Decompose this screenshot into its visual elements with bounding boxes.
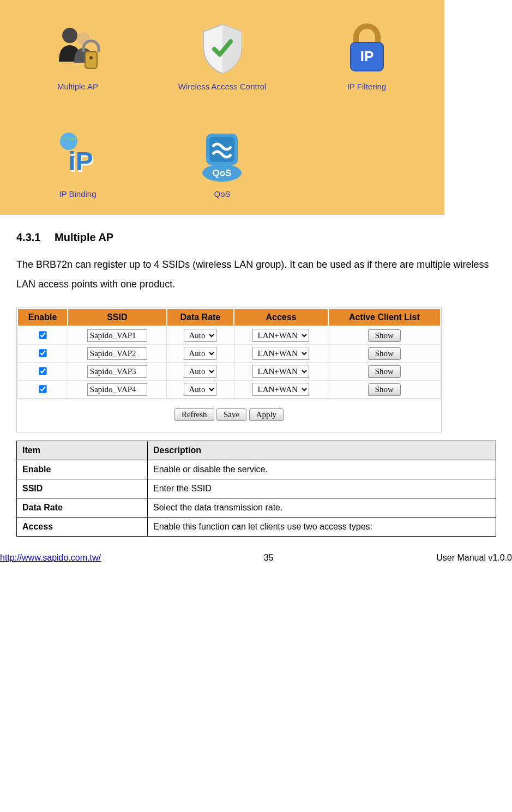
show-button[interactable]: Show [368,329,401,342]
ssid-input[interactable] [87,365,147,378]
show-button[interactable]: Show [368,347,401,360]
desc-text: Select the data transmission rate. [148,498,496,518]
table-row: Access Enable this function can let clie… [17,518,496,537]
svg-point-1 [77,32,90,45]
access-select[interactable]: LAN+WAN [252,383,309,396]
col-data-rate: Data Rate [167,309,234,326]
table-row: AutoLAN+WANShow [17,345,441,363]
globe-ip-icon: iP [51,124,105,189]
multiple-ap-panel: Enable SSID Data Rate Access Active Clie… [16,308,442,432]
section-number: 4.3.1 [16,231,40,243]
table-row: AutoLAN+WANShow [17,326,441,345]
grid-item-ip-binding[interactable]: iP IP Binding [18,124,138,199]
footer-page-number: 35 [101,553,436,563]
enable-checkbox[interactable] [39,367,46,375]
desc-text: Enter the SSID [148,479,496,498]
grid-label: Wireless Access Control [178,82,267,91]
grid-row-1: Multiple AP Wireless Access Control IP [5,16,439,91]
panel-buttons: Refresh Save Apply [17,399,441,432]
qos-icon: QoS [195,124,250,189]
table-row: Enable Enable or disable the service. [17,460,496,479]
svg-text:IP: IP [360,48,374,64]
desc-text: Enable this function can let clients use… [148,518,496,537]
desc-item: SSID [17,479,148,498]
svg-text:iP: iP [68,147,93,176]
table-row: Data Rate Select the data transmission r… [17,498,496,518]
svg-point-0 [62,28,77,43]
col-active-client-list: Active Client List [328,309,441,326]
grid-label: Multiple AP [57,82,98,91]
svg-rect-9 [209,137,234,162]
table-row: SSID Enter the SSID [17,479,496,498]
page-footer: http://www.sapido.com.tw/ 35 User Manual… [0,537,512,568]
multiple-ap-table: Enable SSID Data Rate Access Active Clie… [17,308,441,399]
data-rate-select[interactable]: Auto [184,347,216,360]
footer-version: User Manual v1.0.0 [436,553,512,563]
data-rate-select[interactable]: Auto [184,365,216,378]
refresh-button[interactable]: Refresh [174,408,214,421]
ssid-input[interactable] [87,329,147,342]
access-select[interactable]: LAN+WAN [252,347,309,360]
section-body: The BRB72n can register up to 4 SSIDs (w… [16,255,496,294]
desc-item: Enable [17,460,148,479]
col-access: Access [234,309,328,326]
grid-row-2: iP IP Binding QoS QoS [5,124,439,199]
grid-item-wireless-access-control[interactable]: Wireless Access Control [162,16,282,91]
data-rate-select[interactable]: Auto [184,383,216,396]
col-enable: Enable [17,309,68,326]
grid-label: IP Filtering [347,82,386,91]
apply-button[interactable]: Apply [249,408,284,421]
table-row: AutoLAN+WANShow [17,381,441,399]
feature-grid-panel: Multiple AP Wireless Access Control IP [0,0,444,215]
desc-item: Access [17,518,148,537]
description-table: Item Description Enable Enable or disabl… [16,441,496,537]
grid-label: QoS [214,189,230,199]
section-4-3-1: 4.3.1 Multiple AP The BRB72n can registe… [0,215,512,294]
table-row: AutoLAN+WANShow [17,363,441,381]
desc-header-item: Item [17,441,148,460]
section-heading: 4.3.1 Multiple AP [16,231,496,244]
desc-text: Enable or disable the service. [148,460,496,479]
data-rate-select[interactable]: Auto [184,329,216,342]
svg-text:QoS: QoS [213,168,232,178]
grid-item-ip-filtering[interactable]: IP IP Filtering [307,16,427,91]
show-button[interactable]: Show [368,383,401,396]
ssid-input[interactable] [87,383,147,396]
svg-rect-2 [85,52,97,68]
section-title: Multiple AP [55,231,113,243]
col-ssid: SSID [68,309,166,326]
shield-icon [195,16,250,82]
lock-ip-icon: IP [340,16,394,82]
multiple-ap-icon [51,16,105,82]
svg-point-3 [89,56,93,59]
enable-checkbox[interactable] [39,385,46,393]
grid-label: IP Binding [59,189,96,199]
access-select[interactable]: LAN+WAN [252,329,309,342]
desc-item: Data Rate [17,498,148,518]
access-select[interactable]: LAN+WAN [252,365,309,378]
enable-checkbox[interactable] [39,331,46,339]
save-button[interactable]: Save [216,408,246,421]
desc-header-description: Description [148,441,496,460]
grid-item-multiple-ap[interactable]: Multiple AP [18,16,138,91]
show-button[interactable]: Show [368,365,401,378]
enable-checkbox[interactable] [39,349,46,357]
footer-link[interactable]: http://www.sapido.com.tw/ [0,553,101,563]
ssid-input[interactable] [87,347,147,360]
grid-item-qos[interactable]: QoS QoS [162,124,282,199]
